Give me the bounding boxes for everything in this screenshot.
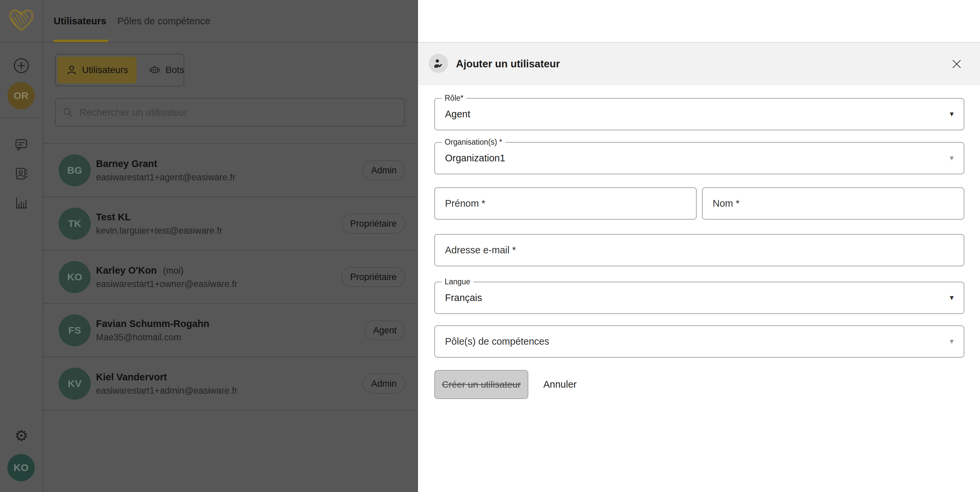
user-name: Kiel Vandervort bbox=[96, 372, 167, 382]
firstname-label: Prénom * bbox=[445, 188, 485, 219]
chevron-down-icon: ▼ bbox=[948, 99, 955, 130]
role-badge: Propriétaire bbox=[341, 267, 405, 287]
organisation-value: Organization1 bbox=[445, 143, 505, 174]
firstname-field[interactable]: Prénom * bbox=[434, 187, 697, 220]
role-badge: Propriétaire bbox=[341, 214, 405, 234]
user-name: Favian Schumm-Rogahn bbox=[96, 318, 209, 329]
user-email: easiwarestart1+owner@easiware.fr bbox=[96, 279, 237, 289]
user-info: Test KL kevin.larguier+test@easiware.fr bbox=[96, 212, 222, 236]
toggle-utilisateurs[interactable]: Utilisateurs bbox=[57, 57, 137, 83]
user-email: easiwarestart1+admin@easiware.fr bbox=[96, 386, 237, 396]
sidebar-item-contacts[interactable] bbox=[0, 166, 43, 182]
gear-icon: ⚙ bbox=[14, 428, 28, 443]
users-page: Utilisateurs Pôles de compétence bbox=[0, 0, 418, 492]
user-email: Mae35@hotmail.com bbox=[96, 332, 209, 343]
avatar: KV bbox=[59, 368, 91, 400]
organization-avatar-initials: OR bbox=[14, 90, 29, 101]
role-value: Agent bbox=[445, 99, 470, 130]
add-user-drawer: Ajouter un utilisateur Rôle* Agent ▼ Org… bbox=[418, 0, 980, 492]
user-name: Test KL bbox=[96, 212, 130, 222]
user-type-toggle: Utilisateurs bbox=[55, 54, 185, 86]
close-button[interactable] bbox=[950, 58, 963, 70]
robot-icon bbox=[149, 64, 161, 76]
close-icon bbox=[950, 58, 963, 70]
search-input[interactable] bbox=[79, 107, 398, 118]
lastname-field[interactable]: Nom * bbox=[702, 187, 964, 220]
top-navigation: Utilisateurs Pôles de compétence bbox=[0, 0, 418, 43]
tab-utilisateurs[interactable]: Utilisateurs bbox=[54, 0, 107, 42]
user-info: Favian Schumm-Rogahn Mae35@hotmail.com bbox=[96, 318, 209, 343]
user-email: easiwarestart1+agent@easiware.fr bbox=[96, 172, 235, 183]
cancel-button[interactable]: Annuler bbox=[540, 370, 580, 399]
user-name: Karley O'Kon bbox=[96, 265, 157, 275]
avatar: TK bbox=[59, 208, 91, 240]
chevron-down-icon: ▼ bbox=[948, 143, 955, 174]
user-row[interactable]: TK Test KL kevin.larguier+test@easiware.… bbox=[43, 197, 418, 251]
email-field[interactable]: Adresse e-mail * bbox=[434, 234, 964, 266]
user-info: Karley O'Kon (moi) easiwarestart1+owner@… bbox=[96, 265, 237, 289]
user-email: kevin.larguier+test@easiware.fr bbox=[96, 226, 222, 236]
sidebar-item-conversations[interactable] bbox=[0, 136, 43, 153]
role-select[interactable]: Rôle* Agent ▼ bbox=[434, 98, 964, 131]
bar-chart-icon bbox=[13, 195, 29, 211]
toggle-label: Bots bbox=[165, 65, 184, 75]
toggle-label: Utilisateurs bbox=[82, 65, 128, 75]
heart-scribble-icon bbox=[6, 6, 37, 33]
tab-label: Pôles de compétence bbox=[117, 16, 210, 27]
language-value: Français bbox=[445, 282, 482, 313]
user-row[interactable]: FS Favian Schumm-Rogahn Mae35@hotmail.co… bbox=[43, 304, 418, 357]
poles-label: Pôle(s) de compétences bbox=[445, 326, 549, 357]
settings-button[interactable]: ⚙ bbox=[0, 427, 43, 444]
user-info: Barney Grant easiwarestart1+agent@easiwa… bbox=[96, 158, 235, 183]
user-search bbox=[55, 98, 405, 127]
active-tab-indicator bbox=[54, 40, 108, 42]
app: Utilisateurs Pôles de compétence bbox=[0, 0, 980, 492]
user-name-suffix: (moi) bbox=[163, 266, 184, 275]
lastname-label: Nom * bbox=[713, 188, 740, 219]
user-list: BG Barney Grant easiwarestart1+agent@eas… bbox=[43, 143, 418, 411]
plus-circle-icon bbox=[13, 57, 30, 74]
search-icon bbox=[62, 107, 74, 118]
chevron-down-icon: ▼ bbox=[948, 326, 955, 357]
user-info: Kiel Vandervort easiwarestart1+admin@eas… bbox=[96, 372, 237, 396]
users-panel: Utilisateurs bbox=[43, 43, 418, 492]
current-user-avatar[interactable]: KO bbox=[7, 454, 35, 481]
avatar: BG bbox=[59, 154, 91, 186]
role-badge: Admin bbox=[362, 374, 405, 394]
sidebar-item-statistics[interactable] bbox=[0, 195, 43, 211]
drawer-header-avatar bbox=[429, 54, 448, 73]
add-button[interactable] bbox=[0, 57, 43, 74]
organisation-select[interactable]: Organisation(s) * Organization1 ▼ bbox=[434, 142, 964, 174]
toggle-bots[interactable]: Bots bbox=[140, 57, 192, 83]
poles-select[interactable]: Pôle(s) de compétences ▼ bbox=[434, 325, 964, 358]
person-edit-icon bbox=[433, 58, 444, 68]
language-select[interactable]: Langue Français ▼ bbox=[434, 282, 964, 314]
drawer-header: Ajouter un utilisateur bbox=[418, 42, 980, 85]
sidebar: OR bbox=[0, 0, 43, 492]
user-row[interactable]: KV Kiel Vandervort easiwarestart1+admin@… bbox=[43, 357, 418, 411]
user-row[interactable]: KO Karley O'Kon (moi) easiwarestart1+own… bbox=[43, 251, 418, 304]
role-badge: Admin bbox=[362, 160, 405, 180]
create-user-button[interactable]: Créer un utilisateur bbox=[434, 370, 528, 399]
brand-logo bbox=[0, 6, 43, 33]
tab-label: Utilisateurs bbox=[54, 16, 107, 27]
person-icon bbox=[66, 64, 77, 76]
chevron-down-icon: ▼ bbox=[948, 282, 955, 313]
sidebar-divider bbox=[0, 117, 43, 118]
chat-bubble-icon bbox=[13, 136, 29, 152]
user-row[interactable]: BG Barney Grant easiwarestart1+agent@eas… bbox=[43, 144, 418, 197]
email-label: Adresse e-mail * bbox=[445, 235, 516, 266]
avatar: FS bbox=[59, 314, 91, 346]
tab-poles-de-competence[interactable]: Pôles de compétence bbox=[117, 0, 210, 42]
user-name: Barney Grant bbox=[96, 158, 158, 169]
contact-card-icon bbox=[13, 166, 29, 182]
organization-avatar[interactable]: OR bbox=[7, 82, 35, 109]
avatar: KO bbox=[59, 261, 91, 293]
current-user-avatar-initials: KO bbox=[14, 462, 29, 473]
drawer-title: Ajouter un utilisateur bbox=[456, 43, 560, 85]
role-badge: Agent bbox=[364, 320, 405, 340]
